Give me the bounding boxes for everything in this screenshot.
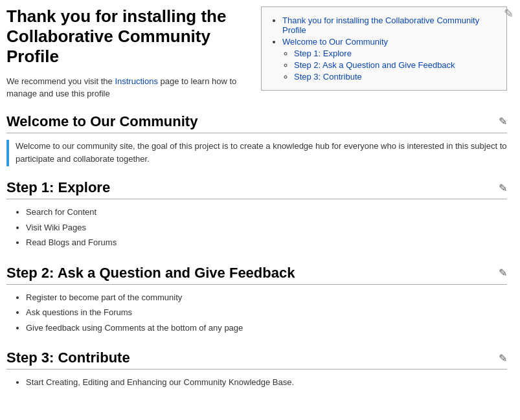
toc-item-welcome: Welcome to Our Community Step 1: Explore… [282, 37, 497, 82]
list-item: Register to become part of the community [26, 291, 507, 304]
section-step2-heading: Step 2: Ask a Question and Give Feedback [6, 265, 295, 282]
instructions-link[interactable]: Instructions [115, 76, 157, 86]
toc-sublist: Step 1: Explore Step 2: Ask a Question a… [294, 49, 497, 82]
toc-link-step1[interactable]: Step 1: Explore [294, 49, 352, 58]
main-content: Thank you for installing the Collaborati… [0, 0, 520, 417]
toc-link-main[interactable]: Thank you for installing the Collaborati… [282, 16, 479, 35]
toc-link-step2[interactable]: Step 2: Ask a Question and Give Feedback [294, 60, 455, 70]
welcome-paragraph: Welcome to our community site, the goal … [16, 140, 507, 167]
section-step2-header: Step 2: Ask a Question and Give Feedback… [6, 265, 507, 285]
edit-icon-top[interactable]: ✎ [504, 6, 514, 21]
intro-text: Thank you for installing the Collaborati… [6, 6, 248, 100]
list-item: Ask questions in the Forums [26, 306, 507, 319]
section-welcome-heading: Welcome to Our Community [6, 113, 198, 130]
section-step1-header: Step 1: Explore ✎ [6, 179, 507, 199]
page-title: Thank you for installing the Collaborati… [6, 6, 248, 67]
list-item: Start Creating, Editing and Enhancing ou… [26, 376, 507, 389]
list-item: Search for Content [26, 206, 507, 219]
list-item: Give feedback using Comments at the bott… [26, 322, 507, 335]
section-step3-heading: Step 3: Contribute [6, 349, 130, 366]
page-container: Thank you for installing the Collaborati… [0, 0, 520, 417]
section-welcome: Welcome to Our Community ✎ Welcome to ou… [6, 113, 507, 167]
list-item: Visit Wiki Pages [26, 221, 507, 234]
section-step2: Step 2: Ask a Question and Give Feedback… [6, 265, 507, 335]
table-of-contents: Thank you for installing the Collaborati… [261, 6, 507, 91]
section-step1-heading: Step 1: Explore [6, 179, 110, 196]
toc-link-welcome[interactable]: Welcome to Our Community [282, 37, 388, 47]
step1-list: Search for Content Visit Wiki Pages Read… [26, 206, 507, 249]
edit-icon-step1[interactable]: ✎ [499, 182, 507, 194]
toc-item-step2: Step 2: Ask a Question and Give Feedback [294, 60, 497, 70]
intro-paragraph: We recommend you visit the Instructions … [6, 75, 248, 100]
edit-icon-step2[interactable]: ✎ [499, 267, 507, 279]
toc-list: Thank you for installing the Collaborati… [282, 16, 497, 82]
section-step3-header: Step 3: Contribute ✎ [6, 349, 507, 370]
section-welcome-header: Welcome to Our Community ✎ [6, 113, 507, 133]
step2-list: Register to become part of the community… [26, 291, 507, 335]
section-step1: Step 1: Explore ✎ Search for Content Vis… [6, 179, 507, 249]
welcome-content: Welcome to our community site, the goal … [6, 140, 507, 167]
intro-text-before: We recommend you visit the [6, 76, 113, 86]
toc-item-step1: Step 1: Explore [294, 49, 497, 58]
list-item: Read Blogs and Forums [26, 236, 507, 249]
top-section: Thank you for installing the Collaborati… [6, 6, 507, 100]
step3-list: Start Creating, Editing and Enhancing ou… [26, 376, 507, 389]
toc-item-main: Thank you for installing the Collaborati… [282, 16, 497, 35]
edit-icon-step3[interactable]: ✎ [499, 352, 507, 364]
edit-icon-welcome[interactable]: ✎ [499, 115, 507, 127]
section-step3: Step 3: Contribute ✎ Start Creating, Edi… [6, 349, 507, 389]
toc-link-step3[interactable]: Step 3: Contribute [294, 72, 362, 82]
toc-item-step3: Step 3: Contribute [294, 72, 497, 82]
